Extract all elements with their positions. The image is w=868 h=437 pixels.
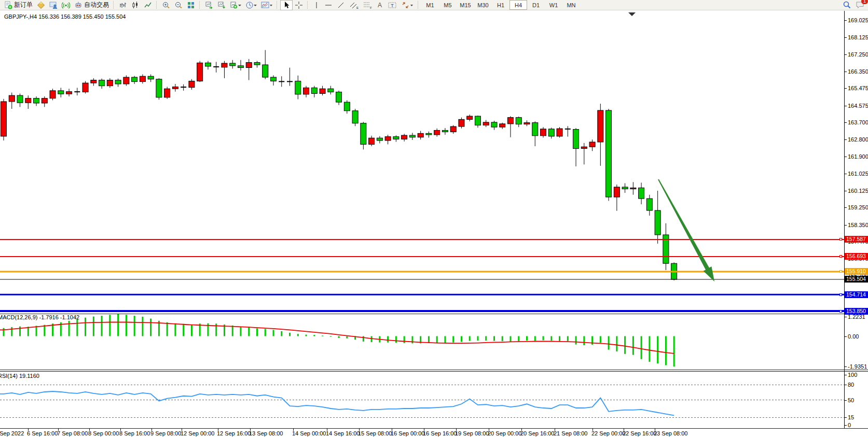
timeframe-button-d1[interactable]: D1 bbox=[527, 0, 545, 10]
bull-candle bbox=[42, 98, 47, 103]
time-axis-label[interactable]: 19 Sep 08:00 bbox=[455, 430, 489, 436]
crosshair-button[interactable] bbox=[293, 0, 305, 10]
arrows-button[interactable] bbox=[399, 0, 416, 10]
chart-area[interactable]: GBPJPY-,H4 156.336 156.389 155.450 155.5… bbox=[0, 11, 868, 437]
price-axis-tick bbox=[844, 207, 847, 208]
zoom-out-button[interactable] bbox=[172, 0, 185, 10]
tile-windows-button[interactable] bbox=[185, 0, 197, 10]
market-button[interactable] bbox=[47, 0, 60, 10]
price-axis-label: 158.350 bbox=[848, 222, 868, 228]
bull-candle bbox=[304, 88, 309, 94]
time-axis-label[interactable]: 12 Sep 16:00 bbox=[217, 430, 251, 436]
price-axis-tick bbox=[844, 139, 847, 140]
candlestick-chart-canvas[interactable] bbox=[0, 11, 868, 437]
arrange-horizontal-button[interactable] bbox=[203, 0, 215, 10]
cursor-icon bbox=[282, 1, 291, 9]
metaeditor-button[interactable] bbox=[35, 0, 47, 10]
templates-button[interactable] bbox=[259, 0, 274, 10]
timeframe-button-m15[interactable]: M15 bbox=[457, 0, 474, 10]
price-line-label[interactable]: 154.714 bbox=[845, 291, 868, 298]
bear-candle bbox=[393, 137, 399, 139]
time-axis-label[interactable]: 20 Sep 00:00 bbox=[488, 430, 521, 436]
timeframe-button-m1[interactable]: M1 bbox=[421, 0, 439, 10]
chat-badge: 1 bbox=[861, 0, 868, 4]
time-axis-label[interactable]: 20 Sep 16:00 bbox=[520, 430, 554, 436]
rsi-axis-tick bbox=[844, 385, 847, 385]
timeframe-button-m30[interactable]: M30 bbox=[474, 0, 492, 10]
price-line-label[interactable]: 156.693 bbox=[845, 253, 868, 260]
channel-button[interactable]: E bbox=[347, 0, 361, 10]
bear-candle bbox=[573, 130, 579, 149]
time-axis-label[interactable]: 23 Sep 08:00 bbox=[654, 430, 687, 436]
bear-candle bbox=[639, 188, 644, 199]
vertical-line-button[interactable] bbox=[311, 0, 322, 10]
price-line-label[interactable]: 157.587 bbox=[845, 236, 868, 243]
bear-candle bbox=[148, 76, 154, 79]
price-line-label[interactable]: 155.504 bbox=[845, 276, 868, 283]
time-axis[interactable]: 6 Sep 20226 Sep 16:007 Sep 08:008 Sep 00… bbox=[0, 429, 868, 437]
bear-candle bbox=[655, 210, 660, 235]
time-axis-label[interactable]: 7 Sep 08:00 bbox=[57, 430, 88, 436]
price-line-label[interactable]: 155.910 bbox=[845, 268, 868, 275]
arrange-vertical-button[interactable] bbox=[215, 0, 228, 10]
time-axis-label[interactable]: 8 Sep 00:00 bbox=[88, 430, 119, 436]
chat-icon[interactable]: 1 bbox=[856, 1, 865, 11]
timeframe-button-mn[interactable]: MN bbox=[562, 0, 580, 10]
time-axis-label[interactable]: 12 Sep 00:00 bbox=[181, 430, 214, 436]
time-axis-label[interactable]: 15 Sep 08:00 bbox=[358, 430, 392, 436]
price-line-label[interactable]: 153.850 bbox=[845, 308, 868, 315]
fibonacci-button[interactable]: F bbox=[361, 0, 374, 10]
trendline-icon bbox=[337, 1, 345, 9]
time-axis-label[interactable]: 6 Sep 2022 bbox=[0, 430, 24, 436]
bar-chart-button[interactable] bbox=[117, 0, 129, 10]
time-axis-label[interactable]: 16 Sep 16:00 bbox=[423, 430, 457, 436]
time-axis-label[interactable]: 9 Sep 08:00 bbox=[150, 430, 181, 436]
price-axis-label: 166.350 bbox=[848, 68, 868, 75]
bear-candle bbox=[606, 110, 612, 197]
line-chart-button[interactable] bbox=[142, 0, 154, 10]
bull-candle bbox=[66, 92, 72, 94]
horizontal-line-button[interactable] bbox=[322, 0, 335, 10]
time-axis-label[interactable]: 16 Sep 00:00 bbox=[391, 430, 424, 436]
timeframe-button-h1[interactable]: H1 bbox=[492, 0, 509, 10]
zoom-in-button[interactable] bbox=[160, 0, 172, 10]
timeframe-group: M1M5M15M30H1H4D1W1MN bbox=[421, 0, 580, 10]
time-axis-label[interactable]: 13 Sep 08:00 bbox=[249, 430, 283, 436]
rsi-axis-label: 100 bbox=[848, 372, 857, 378]
toolbar-separator bbox=[113, 1, 115, 9]
chart-title: GBPJPY-,H4 156.336 156.389 155.450 155.5… bbox=[4, 13, 126, 20]
bull-candle bbox=[189, 81, 195, 87]
time-axis-label[interactable]: 21 Sep 08:00 bbox=[554, 430, 587, 436]
time-axis-label[interactable]: 22 Sep 16:00 bbox=[623, 430, 656, 436]
trendline-button[interactable] bbox=[335, 0, 347, 10]
signals-button[interactable] bbox=[60, 0, 72, 10]
autotrading-button[interactable]: 自动交易 bbox=[72, 0, 111, 10]
cursor-button[interactable] bbox=[280, 0, 293, 10]
price-scale-border bbox=[844, 11, 845, 428]
text-label-button[interactable]: T bbox=[385, 0, 399, 10]
search-icon[interactable] bbox=[843, 1, 851, 11]
price-axis-tick bbox=[844, 225, 847, 225]
candlestick-chart-icon bbox=[131, 1, 140, 9]
text-button[interactable]: A bbox=[374, 0, 385, 10]
price-axis-tick bbox=[844, 88, 847, 89]
timeframe-button-h4[interactable]: H4 bbox=[509, 0, 527, 10]
periods-button[interactable] bbox=[243, 0, 259, 10]
timeframe-button-w1[interactable]: W1 bbox=[545, 0, 562, 10]
bull-candle bbox=[1, 102, 7, 136]
rsi-axis-label: 50 bbox=[848, 397, 854, 403]
time-axis-label[interactable]: 22 Sep 00:00 bbox=[591, 430, 625, 436]
new-chart-button[interactable] bbox=[228, 0, 243, 10]
bear-candle bbox=[442, 130, 448, 132]
time-axis-label[interactable]: 14 Sep 16:00 bbox=[326, 430, 360, 436]
timeframe-button-m5[interactable]: M5 bbox=[439, 0, 457, 10]
rsi-axis-tick bbox=[844, 425, 847, 426]
new-order-button[interactable]: 新订单 bbox=[2, 0, 35, 10]
new-chart-icon bbox=[230, 1, 241, 9]
chart-shift-marker-icon[interactable] bbox=[628, 12, 636, 16]
candlestick-chart-button[interactable] bbox=[129, 0, 142, 10]
time-axis-label[interactable]: 8 Sep 16:00 bbox=[119, 430, 150, 436]
time-axis-label[interactable]: 14 Sep 00:00 bbox=[292, 430, 326, 436]
time-axis-label[interactable]: 6 Sep 16:00 bbox=[27, 430, 58, 436]
bear-candle bbox=[548, 129, 554, 136]
